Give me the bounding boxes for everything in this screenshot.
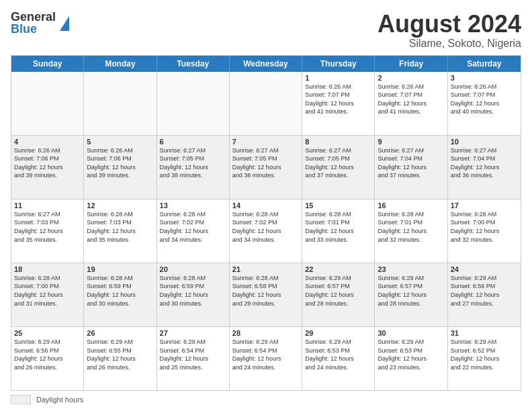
calendar-title: August 2024 bbox=[378, 11, 521, 38]
daylight-label: Daylight hours bbox=[36, 396, 83, 404]
day-number: 31 bbox=[451, 329, 518, 337]
day-info: Sunrise: 6:28 AM Sunset: 6:59 PM Dayligh… bbox=[160, 274, 226, 308]
calendar-cell-w0-d0 bbox=[11, 72, 84, 135]
day-number: 5 bbox=[87, 138, 153, 146]
day-number: 9 bbox=[378, 138, 444, 146]
calendar-cell-w0-d4: 1Sunrise: 6:26 AM Sunset: 7:07 PM Daylig… bbox=[302, 72, 375, 135]
day-number: 28 bbox=[232, 329, 299, 337]
day-number: 14 bbox=[232, 201, 299, 210]
day-info: Sunrise: 6:27 AM Sunset: 7:05 PM Dayligh… bbox=[160, 146, 226, 180]
day-number: 3 bbox=[451, 74, 518, 82]
day-info: Sunrise: 6:29 AM Sunset: 6:57 PM Dayligh… bbox=[378, 274, 444, 308]
day-number: 4 bbox=[14, 138, 81, 146]
day-info: Sunrise: 6:29 AM Sunset: 6:53 PM Dayligh… bbox=[378, 338, 444, 371]
day-info: Sunrise: 6:27 AM Sunset: 7:05 PM Dayligh… bbox=[232, 146, 299, 180]
day-info: Sunrise: 6:29 AM Sunset: 6:54 PM Dayligh… bbox=[232, 338, 299, 371]
day-info: Sunrise: 6:29 AM Sunset: 6:52 PM Dayligh… bbox=[451, 338, 518, 371]
day-number: 10 bbox=[451, 138, 518, 146]
day-number: 1 bbox=[305, 74, 371, 82]
calendar-cell-w3-d1: 19Sunrise: 6:28 AM Sunset: 6:59 PM Dayli… bbox=[84, 263, 157, 326]
day-number: 19 bbox=[87, 265, 153, 273]
day-info: Sunrise: 6:29 AM Sunset: 6:53 PM Dayligh… bbox=[305, 338, 371, 371]
calendar-cell-w1-d2: 6Sunrise: 6:27 AM Sunset: 7:05 PM Daylig… bbox=[157, 136, 230, 199]
calendar-cell-w2-d0: 11Sunrise: 6:27 AM Sunset: 7:03 PM Dayli… bbox=[11, 199, 84, 263]
calendar-cell-w2-d5: 16Sunrise: 6:28 AM Sunset: 7:01 PM Dayli… bbox=[375, 199, 447, 263]
calendar-row-4: 25Sunrise: 6:29 AM Sunset: 6:56 PM Dayli… bbox=[11, 327, 521, 390]
title-block: August 2024 Silame, Sokoto, Nigeria bbox=[378, 11, 521, 50]
day-number: 22 bbox=[305, 265, 371, 273]
day-info: Sunrise: 6:29 AM Sunset: 6:57 PM Dayligh… bbox=[305, 274, 371, 308]
calendar-cell-w3-d3: 21Sunrise: 6:28 AM Sunset: 6:58 PM Dayli… bbox=[230, 263, 302, 326]
calendar-cell-w0-d2 bbox=[157, 72, 230, 135]
day-info: Sunrise: 6:28 AM Sunset: 7:01 PM Dayligh… bbox=[378, 210, 444, 244]
header-wednesday: Wednesday bbox=[230, 56, 302, 72]
calendar-body: 1Sunrise: 6:26 AM Sunset: 7:07 PM Daylig… bbox=[11, 72, 521, 390]
day-number: 7 bbox=[232, 138, 299, 146]
day-number: 6 bbox=[160, 138, 226, 146]
daylight-swatch bbox=[11, 395, 31, 404]
day-info: Sunrise: 6:28 AM Sunset: 7:00 PM Dayligh… bbox=[451, 210, 518, 244]
day-info: Sunrise: 6:28 AM Sunset: 6:58 PM Dayligh… bbox=[232, 274, 299, 308]
calendar-cell-w3-d0: 18Sunrise: 6:28 AM Sunset: 7:00 PM Dayli… bbox=[11, 263, 84, 326]
day-info: Sunrise: 6:26 AM Sunset: 7:06 PM Dayligh… bbox=[87, 146, 153, 180]
header: General Blue August 2024 Silame, Sokoto,… bbox=[11, 11, 521, 50]
calendar-cell-w3-d4: 22Sunrise: 6:29 AM Sunset: 6:57 PM Dayli… bbox=[302, 263, 375, 326]
calendar-cell-w4-d0: 25Sunrise: 6:29 AM Sunset: 6:56 PM Dayli… bbox=[11, 327, 84, 390]
day-info: Sunrise: 6:29 AM Sunset: 6:54 PM Dayligh… bbox=[160, 338, 226, 371]
header-friday: Friday bbox=[375, 56, 447, 72]
calendar-cell-w4-d4: 29Sunrise: 6:29 AM Sunset: 6:53 PM Dayli… bbox=[302, 327, 375, 390]
calendar-cell-w4-d1: 26Sunrise: 6:29 AM Sunset: 6:55 PM Dayli… bbox=[84, 327, 157, 390]
day-number: 8 bbox=[305, 138, 371, 146]
day-info: Sunrise: 6:26 AM Sunset: 7:07 PM Dayligh… bbox=[378, 83, 444, 116]
day-number: 13 bbox=[160, 201, 226, 210]
day-number: 26 bbox=[87, 329, 153, 337]
day-info: Sunrise: 6:27 AM Sunset: 7:05 PM Dayligh… bbox=[305, 146, 371, 180]
calendar-cell-w4-d6: 31Sunrise: 6:29 AM Sunset: 6:52 PM Dayli… bbox=[448, 327, 521, 390]
footer: Daylight hours bbox=[11, 391, 521, 406]
calendar-cell-w2-d2: 13Sunrise: 6:28 AM Sunset: 7:02 PM Dayli… bbox=[157, 199, 230, 263]
calendar-cell-w4-d5: 30Sunrise: 6:29 AM Sunset: 6:53 PM Dayli… bbox=[375, 327, 447, 390]
header-sunday: Sunday bbox=[11, 56, 84, 72]
calendar-cell-w2-d1: 12Sunrise: 6:28 AM Sunset: 7:03 PM Dayli… bbox=[84, 199, 157, 263]
day-number: 18 bbox=[14, 265, 81, 273]
calendar-cell-w0-d3 bbox=[230, 72, 302, 135]
day-info: Sunrise: 6:28 AM Sunset: 7:02 PM Dayligh… bbox=[232, 210, 299, 244]
day-info: Sunrise: 6:29 AM Sunset: 6:55 PM Dayligh… bbox=[87, 338, 153, 371]
day-info: Sunrise: 6:28 AM Sunset: 6:59 PM Dayligh… bbox=[87, 274, 153, 308]
header-monday: Monday bbox=[84, 56, 157, 72]
header-saturday: Saturday bbox=[448, 56, 521, 72]
day-info: Sunrise: 6:28 AM Sunset: 7:01 PM Dayligh… bbox=[305, 210, 371, 244]
day-number: 30 bbox=[378, 329, 444, 337]
calendar-cell-w0-d1 bbox=[84, 72, 157, 135]
logo-general-text: General bbox=[11, 11, 56, 23]
header-tuesday: Tuesday bbox=[157, 56, 230, 72]
day-number: 27 bbox=[160, 329, 226, 337]
day-number: 12 bbox=[87, 201, 153, 210]
calendar-cell-w3-d2: 20Sunrise: 6:28 AM Sunset: 6:59 PM Dayli… bbox=[157, 263, 230, 326]
calendar-cell-w1-d5: 9Sunrise: 6:27 AM Sunset: 7:04 PM Daylig… bbox=[375, 136, 447, 199]
logo-blue-text: Blue bbox=[11, 23, 56, 35]
day-number: 21 bbox=[232, 265, 299, 273]
day-info: Sunrise: 6:28 AM Sunset: 7:03 PM Dayligh… bbox=[87, 210, 153, 244]
day-number: 24 bbox=[451, 265, 518, 273]
day-number: 20 bbox=[160, 265, 226, 273]
calendar-cell-w4-d3: 28Sunrise: 6:29 AM Sunset: 6:54 PM Dayli… bbox=[230, 327, 302, 390]
calendar-header: Sunday Monday Tuesday Wednesday Thursday… bbox=[11, 56, 521, 72]
day-info: Sunrise: 6:28 AM Sunset: 7:02 PM Dayligh… bbox=[160, 210, 226, 244]
calendar: Sunday Monday Tuesday Wednesday Thursday… bbox=[11, 55, 521, 391]
day-info: Sunrise: 6:29 AM Sunset: 6:56 PM Dayligh… bbox=[451, 274, 518, 308]
day-info: Sunrise: 6:26 AM Sunset: 7:06 PM Dayligh… bbox=[14, 146, 81, 180]
calendar-cell-w1-d4: 8Sunrise: 6:27 AM Sunset: 7:05 PM Daylig… bbox=[302, 136, 375, 199]
calendar-cell-w2-d6: 17Sunrise: 6:28 AM Sunset: 7:00 PM Dayli… bbox=[448, 199, 521, 263]
day-number: 17 bbox=[451, 201, 518, 210]
day-number: 23 bbox=[378, 265, 444, 273]
logo-triangle-icon bbox=[60, 16, 69, 31]
logo: General Blue bbox=[11, 11, 69, 35]
day-number: 25 bbox=[14, 329, 81, 337]
day-info: Sunrise: 6:28 AM Sunset: 7:00 PM Dayligh… bbox=[14, 274, 81, 308]
day-number: 16 bbox=[378, 201, 444, 210]
calendar-cell-w3-d6: 24Sunrise: 6:29 AM Sunset: 6:56 PM Dayli… bbox=[448, 263, 521, 326]
day-info: Sunrise: 6:29 AM Sunset: 6:56 PM Dayligh… bbox=[14, 338, 81, 371]
calendar-cell-w1-d0: 4Sunrise: 6:26 AM Sunset: 7:06 PM Daylig… bbox=[11, 136, 84, 199]
day-info: Sunrise: 6:27 AM Sunset: 7:04 PM Dayligh… bbox=[451, 146, 518, 180]
